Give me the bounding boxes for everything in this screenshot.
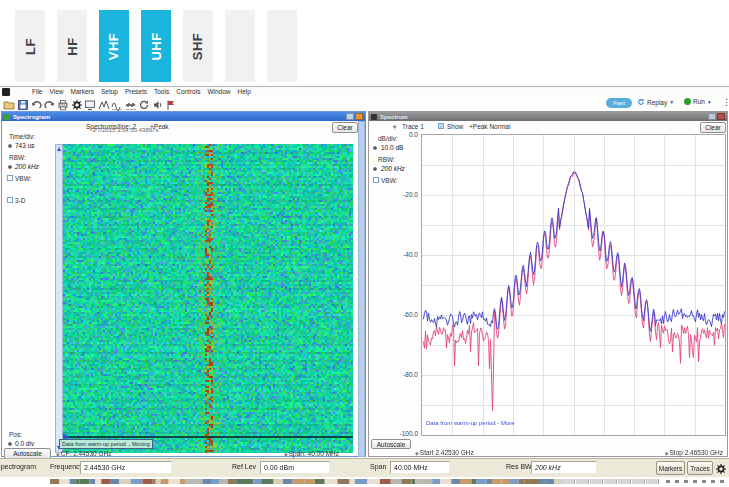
band-button-vhf[interactable]: VHF <box>99 10 129 82</box>
start-readout[interactable]: ◆Start 2.42530 GHz <box>415 449 474 456</box>
cropped-taskbar-strip <box>0 479 729 485</box>
status-bar: Spectrogram Frequency 2.44530 GHz Ref Le… <box>0 458 729 477</box>
span-readout[interactable]: ◆Span: 40.00 MHz <box>242 450 339 457</box>
res-bw-field[interactable]: 200 kHz <box>531 461 597 474</box>
menu-item-window[interactable]: Window <box>207 88 230 95</box>
span-field[interactable]: 40.00 MHz <box>390 461 450 474</box>
menu-item-view[interactable]: View <box>49 88 63 95</box>
band-button-uhf[interactable]: UHF <box>141 10 171 82</box>
y-axis-label: -40.0 <box>388 251 418 258</box>
fast-acquisition-badge[interactable]: Fast <box>606 98 632 108</box>
spectrogram-titlebar[interactable]: Spectrogram <box>2 112 365 121</box>
vbw-checkbox[interactable] <box>373 177 379 183</box>
audio-speaker-icon[interactable] <box>152 97 164 109</box>
run-label: Run <box>693 98 705 105</box>
stop-label: Stop <box>670 449 683 456</box>
vbw-label: VBW: <box>381 177 398 184</box>
close-button[interactable] <box>717 113 725 120</box>
trace-select-dropdown-icon[interactable]: ▾ <box>393 123 396 131</box>
vbw-label: VBW: <box>15 175 32 182</box>
kebab-menu-icon[interactable]: ⋮ <box>722 97 729 107</box>
redo-icon[interactable] <box>44 97 56 109</box>
frequency-label: Frequency <box>50 463 83 470</box>
rbw-radio[interactable] <box>8 165 12 169</box>
band-button-empty-2[interactable] <box>267 10 297 82</box>
band-button-empty-1[interactable] <box>225 10 255 82</box>
vbw-checkbox[interactable] <box>7 175 13 181</box>
traces-button[interactable]: Traces <box>687 461 713 475</box>
menu-item-tools[interactable]: Tools <box>154 88 169 95</box>
menu-item-file[interactable]: File <box>32 88 42 95</box>
spectrum-window-icon <box>371 114 377 120</box>
app-icon <box>2 88 10 96</box>
stop-readout[interactable]: ◆Stop 2.46530 GHz <box>639 449 723 456</box>
settings-gear-icon[interactable] <box>715 461 728 474</box>
minimize-button[interactable] <box>346 113 354 120</box>
spectrogram-history-scrollbar[interactable] <box>358 121 365 457</box>
replay-button[interactable]: Replay ▼ <box>637 98 674 106</box>
band-button-hf[interactable]: HF <box>57 10 87 82</box>
noise-trace-icon[interactable] <box>125 97 137 109</box>
time-div-value[interactable]: 743 us <box>15 142 35 149</box>
pos-value[interactable]: 0.0 div <box>15 440 34 447</box>
rbw-label: RBW: <box>9 154 26 161</box>
y-axis-label: 0.0 <box>388 131 418 138</box>
minimize-button[interactable] <box>708 113 716 120</box>
plot-annotation[interactable]: Data from warm-up period - More <box>426 420 515 426</box>
menu-item-setup[interactable]: Setup <box>101 88 118 95</box>
ref-lev-label: Ref Lev <box>232 463 256 470</box>
spectrogram-waterfall-plot[interactable] <box>63 144 353 453</box>
y-axis-label: -80.0 <box>388 371 418 378</box>
spectrogram-scrollbar[interactable] <box>55 144 63 453</box>
clear-button[interactable]: Clear <box>700 122 726 133</box>
menu-item-markers[interactable]: Markers <box>70 88 93 95</box>
pos-radio[interactable] <box>8 442 12 446</box>
band-button-shf[interactable]: SHF <box>183 10 213 82</box>
clear-button[interactable]: Clear <box>332 122 358 133</box>
display-icon[interactable] <box>84 97 96 109</box>
spectrum-trace-plot[interactable] <box>422 135 725 435</box>
rbw-radio[interactable] <box>373 167 377 171</box>
band-button-label: UHF <box>149 32 164 60</box>
menu-item-help[interactable]: Help <box>238 88 251 95</box>
spectrum-window: Spectrum ▾ Trace 1 ✓ Show +Peak Normal C… <box>368 111 728 457</box>
screen: LF HF VHF UHF SHF File View Markers Setu… <box>0 0 729 487</box>
run-button[interactable]: Run ▼ <box>684 98 712 105</box>
marker-flag-icon[interactable] <box>165 97 177 109</box>
threed-checkbox[interactable] <box>7 197 13 203</box>
spectrogram-window-icon <box>4 114 10 120</box>
time-div-radio[interactable] <box>8 144 12 148</box>
ref-lev-field[interactable]: 0.00 dBm <box>260 461 330 474</box>
frequency-field[interactable]: 2.44530 GHz <box>80 461 172 474</box>
diamond-icon: ◆ <box>284 451 288 457</box>
show-label: Show <box>447 123 463 130</box>
settings-gear-icon[interactable] <box>71 97 83 109</box>
open-folder-icon[interactable] <box>3 97 15 109</box>
scroll-up-icon[interactable] <box>56 145 62 153</box>
band-button-lf[interactable]: LF <box>15 10 45 82</box>
db-div-radio[interactable] <box>373 146 377 150</box>
diamond-icon: ◆ <box>415 450 419 456</box>
print-icon[interactable] <box>57 97 69 109</box>
undo-icon[interactable] <box>30 97 42 109</box>
show-checkbox[interactable]: ✓ <box>438 123 444 129</box>
close-button[interactable] <box>355 113 363 120</box>
spectrum-titlebar[interactable]: Spectrum <box>369 112 727 121</box>
replay-cycle-icon[interactable] <box>138 97 150 109</box>
cf-readout[interactable]: ◆CF: 2.44530 GHz <box>56 450 111 457</box>
menu-item-controls[interactable]: Controls <box>176 88 200 95</box>
stop-value: 2.46530 GHz <box>685 449 723 456</box>
markers-button[interactable]: Markers <box>656 461 685 475</box>
autoscale-button[interactable]: Autoscale <box>371 439 411 449</box>
diamond-icon: ◆ <box>56 451 60 457</box>
trace-select-label[interactable]: Trace 1 <box>402 123 424 130</box>
amplitude-trace-icon[interactable] <box>111 97 123 109</box>
replay-label: Replay <box>647 99 667 106</box>
db-div-value[interactable]: 10.0 dB <box>381 144 403 151</box>
rbw-value[interactable]: 200 kHz <box>381 165 405 172</box>
menu-item-presets[interactable]: Presets <box>125 88 147 95</box>
save-icon[interactable] <box>17 97 29 109</box>
spectrum-peak-icon[interactable] <box>98 97 110 109</box>
rbw-value[interactable]: 200 kHz <box>15 163 39 170</box>
res-bw-label: Res BW <box>506 463 532 470</box>
